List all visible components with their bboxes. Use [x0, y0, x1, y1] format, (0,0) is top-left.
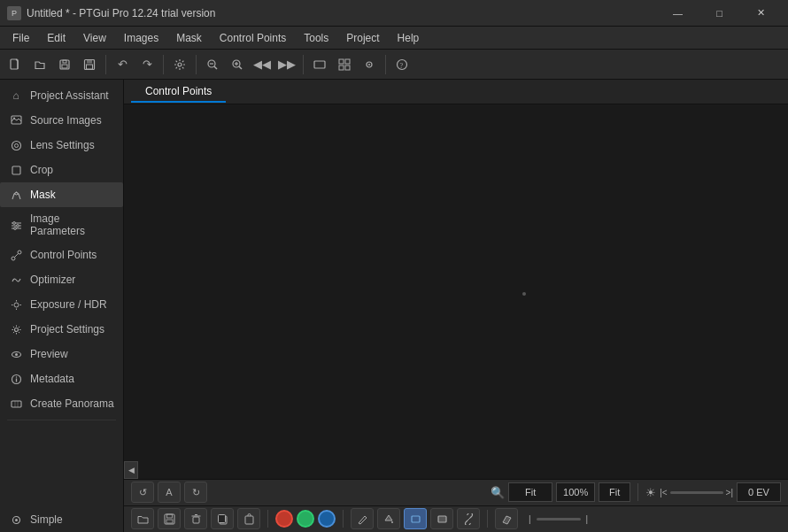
- sidebar-item-source-images[interactable]: Source Images: [0, 108, 123, 133]
- sidebar-item-label: Metadata: [30, 373, 74, 385]
- fit-input[interactable]: [508, 482, 552, 502]
- sidebar-item-exposure-hdr[interactable]: Exposure / HDR: [0, 292, 123, 317]
- svg-rect-17: [345, 59, 350, 64]
- sidebar-item-metadata[interactable]: Metadata: [0, 366, 123, 391]
- slider-track[interactable]: [670, 491, 723, 494]
- ev-input[interactable]: [737, 482, 781, 502]
- maximize-button[interactable]: □: [699, 0, 739, 27]
- sidebar-item-lens-settings[interactable]: Lens Settings: [0, 133, 123, 158]
- bottom-bar: ↺ A ↻ 🔍 ☀ |< >|: [124, 479, 788, 532]
- menu-item-edit[interactable]: Edit: [38, 29, 74, 47]
- sidebar-item-project-settings[interactable]: Project Settings: [0, 317, 123, 342]
- toolbar-sep-5: [385, 55, 386, 74]
- new-button[interactable]: [4, 53, 27, 76]
- fit-btn[interactable]: [599, 482, 630, 502]
- rect-tool-button[interactable]: [404, 508, 427, 529]
- zoom-input[interactable]: [556, 482, 595, 502]
- minimize-button[interactable]: —: [658, 0, 698, 27]
- tab-bar: Control Points: [124, 80, 788, 104]
- svg-rect-55: [166, 514, 172, 518]
- menu-item-file[interactable]: File: [4, 29, 38, 47]
- menu-item-control-points[interactable]: Control Points: [211, 29, 295, 47]
- next-image-button[interactable]: ▶▶: [275, 53, 298, 76]
- svg-rect-0: [11, 59, 18, 69]
- undo-button[interactable]: ↶: [111, 53, 134, 76]
- toolbar: ↶ ↷ ◀◀ ▶▶ ?: [0, 50, 788, 80]
- sidebar-item-create-panorama[interactable]: Create Panorama: [0, 391, 123, 416]
- sidebar-item-mask[interactable]: Mask: [0, 182, 123, 207]
- save-file-button[interactable]: [158, 508, 181, 529]
- sidebar-item-project-assistant[interactable]: ⌂ Project Assistant: [0, 83, 123, 108]
- sidebar-item-preview[interactable]: Preview: [0, 342, 123, 366]
- menu-item-tools[interactable]: Tools: [295, 29, 337, 47]
- crop-icon: [9, 163, 23, 177]
- menu-item-help[interactable]: Help: [389, 29, 429, 47]
- zoom-in-button[interactable]: [226, 53, 249, 76]
- zoom-out-button[interactable]: [201, 53, 224, 76]
- svg-point-34: [13, 227, 16, 229]
- eraser-tool-button[interactable]: [495, 508, 518, 529]
- optimizer-icon: [9, 273, 23, 287]
- point-button[interactable]: [358, 53, 381, 76]
- copy-button[interactable]: [211, 508, 234, 529]
- pen-tool-button[interactable]: [351, 508, 374, 529]
- paste-button[interactable]: [237, 508, 260, 529]
- sidebar-item-image-parameters[interactable]: Image Parameters: [0, 207, 123, 243]
- red-mask-button[interactable]: [275, 510, 293, 528]
- svg-rect-6: [87, 65, 93, 69]
- sidebar-item-optimizer[interactable]: Optimizer: [0, 267, 123, 292]
- svg-line-37: [14, 253, 18, 257]
- settings-button[interactable]: [168, 53, 191, 76]
- sidebar-collapse-button[interactable]: ◀: [124, 461, 138, 479]
- menu-item-project[interactable]: Project: [337, 29, 388, 47]
- title-bar: P Untitled * - PTGui Pro 12.24 trial ver…: [0, 0, 788, 27]
- svg-rect-56: [166, 520, 173, 523]
- blue-mask-button[interactable]: [318, 510, 336, 528]
- svg-line-67: [467, 518, 470, 520]
- zoom-search-icon: 🔍: [491, 486, 505, 499]
- svg-rect-3: [62, 65, 67, 68]
- svg-point-45: [15, 353, 18, 356]
- prev-image-button[interactable]: ◀◀: [251, 53, 274, 76]
- open-button[interactable]: [28, 53, 51, 76]
- sidebar-item-label: Preview: [30, 348, 68, 360]
- fill-tool-button[interactable]: [377, 508, 400, 529]
- delete-button[interactable]: [184, 508, 207, 529]
- sidebar-item-label: Exposure / HDR: [30, 298, 107, 311]
- bottom-sep-tools: [267, 510, 268, 528]
- green-mask-button[interactable]: [297, 510, 314, 528]
- menu-item-images[interactable]: Images: [115, 29, 167, 47]
- sidebar-item-control-points[interactable]: Control Points: [0, 243, 123, 267]
- svg-point-33: [16, 224, 19, 227]
- bottom-right-zoom: 🔍 ☀ |< >|: [491, 482, 781, 502]
- refresh-button[interactable]: ↻: [184, 482, 207, 503]
- help-button[interactable]: ?: [390, 53, 413, 76]
- menu-item-view[interactable]: View: [74, 29, 115, 47]
- link-tool-button[interactable]: [457, 508, 480, 529]
- tab-control-points[interactable]: Control Points: [131, 81, 226, 103]
- canvas-area[interactable]: [124, 104, 788, 479]
- text-button[interactable]: A: [158, 482, 181, 503]
- reset-view-button[interactable]: ↺: [131, 482, 154, 503]
- equirect-button[interactable]: [308, 53, 331, 76]
- sidebar-item-crop[interactable]: Crop: [0, 158, 123, 182]
- menu-item-mask[interactable]: Mask: [167, 29, 211, 47]
- close-button[interactable]: ✕: [741, 0, 781, 27]
- grid-button[interactable]: [333, 53, 356, 76]
- svg-point-25: [13, 117, 15, 119]
- open-file-button[interactable]: [131, 508, 154, 529]
- save-button[interactable]: [78, 53, 101, 76]
- canvas-dot: [522, 292, 526, 296]
- bottom-file-btns: [131, 508, 260, 529]
- main-layout: ⌂ Project Assistant Source Images Lens S…: [0, 80, 788, 532]
- redo-button[interactable]: ↷: [135, 53, 158, 76]
- svg-point-38: [14, 303, 19, 307]
- save-copy-button[interactable]: [53, 53, 76, 76]
- sidebar-item-simple[interactable]: Simple: [0, 507, 123, 532]
- toolbar-sep-4: [303, 55, 304, 74]
- brush-slider-track[interactable]: [537, 518, 581, 520]
- sidebar-item-label: Image Parameters: [30, 212, 114, 237]
- rect-fill-button[interactable]: [430, 508, 453, 529]
- exposure-icon: [9, 297, 23, 312]
- toolbar-sep-2: [163, 55, 164, 74]
